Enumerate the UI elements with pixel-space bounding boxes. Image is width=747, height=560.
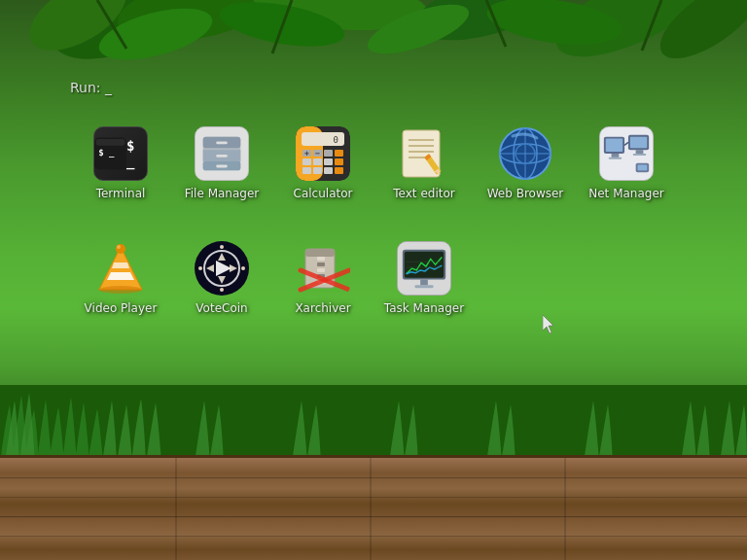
- svg-text:+: +: [304, 150, 310, 158]
- terminal-svg: $ _: [94, 134, 126, 173]
- text-editor-icon: [397, 126, 451, 181]
- svg-rect-96: [317, 268, 325, 272]
- video-player-icon-item[interactable]: Video Player: [70, 241, 171, 317]
- svg-marker-75: [107, 272, 134, 280]
- svg-rect-35: [302, 158, 311, 165]
- svg-rect-65: [609, 158, 622, 159]
- grass-blades: [0, 385, 747, 463]
- net-manager-icon: [599, 126, 654, 181]
- svg-text:−: −: [315, 150, 321, 158]
- svg-point-79: [117, 245, 121, 249]
- terminal-icon: $ _: [93, 126, 148, 181]
- svg-rect-63: [606, 139, 622, 153]
- run-label: Run:: [70, 80, 101, 95]
- icon-row-2: Video Player: [70, 241, 677, 317]
- svg-rect-68: [636, 150, 644, 154]
- calculator-svg: 0 +: [296, 126, 350, 181]
- svg-rect-40: [313, 167, 322, 174]
- votecoin-label: VoteCoin: [196, 301, 247, 317]
- svg-rect-24: [216, 141, 228, 144]
- svg-rect-17: [96, 139, 125, 146]
- svg-point-78: [116, 244, 125, 254]
- svg-rect-38: [335, 158, 343, 165]
- svg-rect-108: [414, 285, 433, 288]
- votecoin-icon: [195, 241, 249, 296]
- svg-point-90: [198, 266, 202, 270]
- svg-rect-101: [305, 249, 335, 257]
- svg-rect-37: [324, 158, 333, 165]
- web-browser-icon: [498, 126, 552, 181]
- svg-point-89: [220, 288, 224, 292]
- xarchiver-icon: [296, 241, 350, 296]
- svg-rect-107: [420, 279, 428, 285]
- text-editor-label: Text editor: [393, 187, 454, 202]
- svg-text:$ _: $ _: [98, 148, 115, 158]
- run-bar: Run: _: [70, 80, 112, 95]
- task-manager-icon-item[interactable]: Task Manager: [374, 241, 475, 317]
- svg-rect-39: [302, 167, 311, 174]
- webbrowser-svg: [498, 126, 552, 181]
- xarchiver-svg: [296, 241, 350, 296]
- video-player-icon: [93, 241, 148, 296]
- calculator-icon-item[interactable]: 0 +: [272, 126, 374, 202]
- video-player-label: Video Player: [85, 301, 158, 317]
- net-manager-label: Net Manager: [588, 187, 663, 202]
- file-manager-icon-item[interactable]: File Manager: [171, 126, 272, 202]
- svg-rect-64: [612, 154, 620, 158]
- net-manager-icon-item[interactable]: Net Manager: [576, 126, 677, 202]
- svg-rect-34: [335, 150, 343, 157]
- svg-text:0: 0: [334, 135, 338, 145]
- icon-row-1: $ _ Terminal F: [70, 126, 677, 202]
- task-manager-label: Task Manager: [384, 301, 464, 317]
- votecoin-svg: [195, 241, 249, 296]
- filemanager-svg: [196, 126, 248, 181]
- desktop-icons: $ _ Terminal F: [70, 126, 677, 316]
- texteditor-svg: [397, 126, 451, 181]
- svg-rect-33: [324, 150, 333, 157]
- svg-rect-36: [313, 158, 322, 165]
- taskmanager-svg: [398, 241, 450, 296]
- svg-rect-26: [216, 165, 228, 168]
- file-manager-icon: [195, 126, 249, 181]
- terminal-label: Terminal: [96, 187, 146, 202]
- text-editor-icon-item[interactable]: Text editor: [374, 126, 475, 202]
- svg-rect-25: [216, 155, 228, 158]
- svg-point-88: [241, 266, 245, 270]
- svg-rect-69: [633, 154, 647, 156]
- netmanager-svg: [600, 126, 653, 181]
- videoplayer-svg: [93, 241, 148, 296]
- svg-rect-95: [317, 262, 325, 266]
- votecoin-icon-item[interactable]: VoteCoin: [171, 241, 272, 317]
- terminal-icon-item[interactable]: $ _ Terminal: [70, 126, 171, 202]
- xarchiver-label: Xarchiver: [295, 301, 350, 317]
- web-browser-icon-item[interactable]: Web Browser: [475, 126, 576, 202]
- calculator-icon: 0 +: [296, 126, 350, 181]
- svg-point-77: [99, 286, 142, 294]
- svg-marker-76: [112, 262, 129, 268]
- svg-point-87: [220, 245, 224, 249]
- task-manager-icon: [397, 241, 451, 296]
- wood-floor: [0, 455, 747, 560]
- run-input[interactable]: _: [105, 80, 112, 95]
- file-manager-label: File Manager: [185, 187, 260, 202]
- svg-rect-41: [324, 167, 333, 174]
- svg-rect-94: [317, 257, 325, 261]
- calculator-label: Calculator: [294, 187, 353, 202]
- svg-rect-72: [638, 165, 648, 171]
- web-browser-label: Web Browser: [487, 187, 564, 202]
- svg-rect-42: [335, 167, 343, 174]
- svg-rect-67: [630, 137, 647, 149]
- xarchiver-icon-item[interactable]: Xarchiver: [272, 241, 374, 317]
